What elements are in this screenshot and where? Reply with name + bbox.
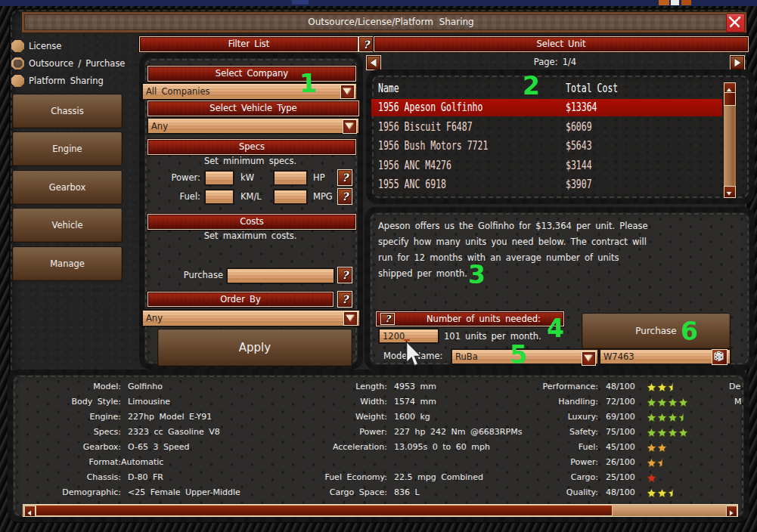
order-by-dropdown-value: Any — [146, 313, 163, 323]
detail-label: Engine: — [90, 412, 121, 422]
detail-label: Gearbox: — [83, 442, 121, 452]
sidebar-button-gearbox[interactable]: Gearbox — [12, 170, 123, 205]
radio-platform-sharing-label: Platform Sharing — [29, 76, 104, 86]
question-icon: ? — [342, 172, 348, 184]
table-scroll-down-button[interactable] — [724, 186, 736, 198]
detail-label: Length: — [355, 382, 387, 391]
detail-value: 72/100 — [606, 397, 635, 407]
page-prev-button[interactable] — [366, 55, 381, 70]
hscroll-left-button[interactable] — [24, 506, 36, 517]
model-name-value: RuBa — [455, 351, 478, 362]
offer-text-line: Apeson offers us the Golfinho for $13,36… — [378, 221, 648, 231]
stars-icon — [647, 428, 700, 438]
select-vehicle-type-header: Select Vehicle Type — [147, 101, 359, 116]
stars-icon — [647, 413, 700, 423]
sidebar-button-manage-label: Manage — [50, 258, 85, 269]
filter-list-help-button[interactable]: ? — [358, 36, 374, 52]
stars-icon — [647, 458, 700, 469]
annotation-2: 2 — [523, 73, 540, 98]
sidebar-button-vehicle[interactable]: Vehicle — [12, 208, 123, 243]
randomize-name-button[interactable] — [712, 349, 728, 365]
hp-unit-label: HP — [313, 172, 325, 183]
unit-row-name[interactable]: 1955 ANC 6918 — [378, 177, 446, 191]
unit-row-cost[interactable]: $3907 — [566, 177, 592, 191]
fuel-mpg-input[interactable] — [274, 190, 307, 204]
close-icon — [727, 14, 743, 30]
unit-row-cost[interactable]: $5643 — [566, 138, 592, 153]
unit-row-name[interactable]: 1956 Bush Motors 7721 — [378, 138, 488, 153]
kw-unit-label: kW — [240, 172, 254, 183]
hscroll-right-button[interactable] — [726, 506, 737, 517]
annotation-5: 5 — [510, 342, 527, 367]
units-needed-value: 1200 — [383, 331, 405, 342]
apply-button[interactable]: Apply — [157, 329, 352, 367]
arrow-right-icon — [731, 56, 744, 70]
unit-row-cost[interactable]: $3144 — [566, 158, 592, 172]
purchase-cost-input[interactable] — [227, 268, 334, 283]
order-by-dropdown-arrow[interactable] — [343, 311, 358, 326]
detail-value: 1574 mm — [394, 397, 436, 407]
detail-label: Model: — [93, 382, 121, 391]
unit-row-name[interactable]: 1956 ANC M4276 — [378, 158, 451, 172]
company-dropdown[interactable]: All Companies — [142, 83, 357, 100]
unit-row-cost[interactable]: $13364 — [566, 100, 597, 114]
dialog-title: Outsource/License/Platform Sharing — [24, 14, 744, 30]
detail-value: O-65 3 Speed — [128, 442, 189, 452]
radio-license[interactable] — [11, 40, 24, 52]
power-hp-input[interactable] — [274, 171, 307, 185]
kml-unit-label: KM/L — [240, 191, 262, 202]
page-next-button[interactable] — [730, 55, 745, 70]
detail-label: Fuel Economy: — [324, 472, 387, 482]
arrow-down-icon — [724, 189, 734, 198]
specs-header: Specs — [147, 139, 356, 155]
select-unit-header: Select Unit — [374, 36, 749, 52]
star-rating — [647, 412, 700, 422]
annotation-4: 4 — [547, 316, 564, 341]
model-name-dropdown-arrow[interactable] — [582, 351, 596, 366]
close-button[interactable] — [726, 14, 745, 32]
sidebar-button-chassis[interactable]: Chassis — [12, 94, 123, 128]
title-bar: Outsource/License/Platform Sharing — [22, 12, 746, 32]
order-by-dropdown[interactable]: Any — [142, 310, 360, 326]
units-needed-help-button[interactable]: ? — [380, 313, 395, 325]
unit-row-name[interactable]: 1956 Biscuit F6487 — [378, 119, 473, 134]
fuel-help-button[interactable]: ? — [337, 188, 352, 205]
purchase-button[interactable]: Purchase — [582, 313, 731, 349]
order-by-help-button[interactable]: ? — [337, 291, 352, 308]
units-needed-header: Number of units needed: — [376, 311, 564, 326]
power-label: Power: — [172, 172, 200, 183]
detail-label: Fuel: — [579, 442, 598, 452]
fuel-kml-input[interactable] — [205, 190, 234, 204]
purchase-cost-label: Purchase — [184, 270, 223, 280]
sidebar-button-engine[interactable]: Engine — [12, 131, 123, 166]
vehicle-type-dropdown-arrow[interactable] — [343, 119, 357, 134]
stars-icon — [647, 473, 700, 484]
sidebar-button-chassis-label: Chassis — [51, 106, 84, 116]
unit-row-name[interactable]: 1956 Apeson Golfinho — [378, 100, 482, 114]
question-icon: ? — [385, 314, 390, 324]
radio-outsource-purchase[interactable] — [11, 57, 24, 70]
power-kw-input[interactable] — [205, 171, 234, 185]
detail-label: Luxury: — [568, 412, 598, 422]
detail-value: 26/100 — [606, 457, 635, 467]
purchase-cost-help-button[interactable]: ? — [337, 267, 352, 283]
star-rating — [647, 427, 700, 438]
company-dropdown-arrow[interactable] — [340, 85, 355, 99]
detail-value: 227 hp 242 Nm @6683RPMs — [394, 427, 522, 437]
sidebar-button-manage[interactable]: Manage — [12, 246, 123, 281]
table-scrollbar-thumb[interactable] — [724, 92, 736, 106]
arrow-left-icon — [25, 509, 34, 518]
detail-value: 227hp Model E-Y91 — [128, 412, 212, 422]
hscroll-thumb[interactable] — [36, 505, 613, 516]
detail-value: 22.5 mpg Combined — [394, 472, 483, 482]
vehicle-type-dropdown[interactable]: Any — [147, 118, 359, 134]
star-rating — [647, 442, 700, 453]
dice-icon — [712, 350, 725, 363]
radio-platform-sharing[interactable] — [11, 75, 24, 87]
unit-row-cost[interactable]: $6069 — [566, 119, 592, 134]
power-help-button[interactable]: ? — [337, 169, 352, 186]
detail-value: 48/100 — [606, 382, 635, 391]
chevron-down-icon — [343, 120, 355, 131]
detail-label: Power: — [359, 427, 387, 437]
arrow-right-icon — [727, 509, 736, 518]
